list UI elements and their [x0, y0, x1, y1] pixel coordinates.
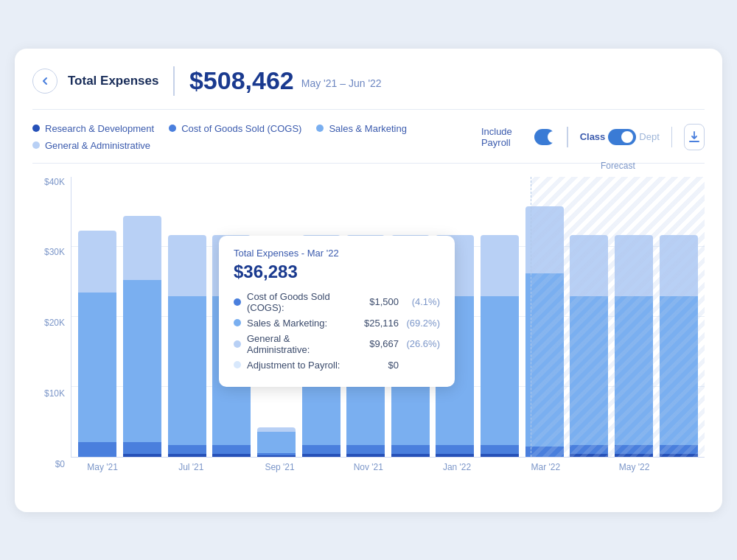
legend-label-rd: Research & Development — [45, 123, 154, 134]
bar-segment — [481, 296, 519, 444]
bar-group[interactable] — [524, 192, 565, 457]
bar-segment — [570, 235, 608, 296]
bar-segment — [123, 454, 161, 456]
control-divider-1 — [567, 127, 567, 147]
bar-group[interactable] — [167, 192, 207, 457]
bar-segment — [570, 296, 608, 444]
x-label: Jan '22 — [438, 462, 476, 472]
bar-segment — [481, 235, 519, 296]
bar-segment — [168, 454, 206, 456]
bar-segment — [570, 454, 608, 456]
bar-group[interactable] — [569, 192, 609, 457]
bar-segment — [660, 296, 698, 444]
x-label — [570, 462, 609, 472]
class-dept-control: Class Dept — [580, 129, 660, 145]
bar-segment — [525, 206, 564, 274]
dept-label: Dept — [639, 131, 659, 142]
y-label-20k: $20K — [32, 318, 65, 328]
x-label: Sep '21 — [261, 462, 299, 472]
back-button[interactable] — [32, 69, 57, 94]
legend-item-ga: General & Administrative — [32, 140, 150, 151]
x-label — [394, 462, 432, 472]
chart-inner: Forecast Total Expenses - Mar '22 $36,28… — [71, 177, 705, 458]
bar-segment — [615, 445, 653, 455]
date-period: May '21 – Jun '22 — [301, 77, 382, 89]
legend-item-rd: Research & Development — [32, 123, 154, 134]
bar-group[interactable] — [77, 192, 118, 457]
class-label: Class — [580, 131, 606, 142]
bar-segment — [525, 447, 564, 457]
legend-item-sm: Sales & Marketing — [316, 123, 407, 134]
payroll-control: Include Payroll — [481, 126, 556, 148]
legend-label-ga: General & Administrative — [45, 140, 150, 151]
bar-segment — [78, 231, 116, 293]
bar-group[interactable] — [122, 192, 163, 457]
bar-segment — [212, 235, 251, 296]
payroll-toggle[interactable] — [534, 129, 556, 145]
bar-segment — [391, 454, 430, 456]
bar-segment — [481, 445, 519, 455]
download-button[interactable] — [684, 124, 705, 150]
bar-segment — [660, 454, 698, 456]
header-divider — [173, 66, 175, 96]
x-label: Mar '22 — [526, 462, 565, 472]
legend-dot-ga — [32, 141, 40, 149]
bar-segment — [660, 445, 698, 455]
bar-group[interactable] — [390, 192, 430, 457]
x-label: Jul '21 — [172, 462, 210, 472]
bar-segment — [436, 296, 474, 444]
bar-segment — [436, 235, 474, 296]
payroll-label: Include Payroll — [481, 126, 528, 148]
bar-segment — [168, 445, 206, 455]
bar-segment — [168, 235, 206, 296]
bar-segment — [660, 235, 698, 296]
bar-segment — [78, 442, 116, 456]
x-label — [216, 462, 254, 472]
bar-group[interactable] — [614, 192, 654, 457]
y-label-10k: $10K — [32, 388, 65, 399]
bars-container — [71, 177, 705, 457]
bar-group[interactable] — [301, 192, 341, 457]
bar-segment — [257, 432, 296, 453]
header: Total Expenses $508,462 May '21 – Jun '2… — [32, 66, 705, 110]
x-label: May '21 — [83, 462, 122, 472]
bar-segment — [212, 454, 251, 456]
bar-segment — [615, 235, 653, 296]
bar-segment — [123, 280, 161, 442]
legend-dot-sm — [316, 125, 324, 132]
bar-group[interactable] — [346, 192, 386, 457]
bar-segment — [346, 454, 385, 456]
bar-segment — [168, 296, 206, 444]
x-label: Nov '21 — [349, 462, 388, 472]
y-label-30k: $30K — [32, 247, 65, 257]
bar-segment — [346, 445, 385, 455]
bar-segment — [481, 454, 519, 456]
bar-group[interactable] — [658, 192, 699, 457]
legend-label-cogs: Cost of Goods Sold (COGS) — [181, 123, 301, 134]
x-labels: May '21Jul '21Sep '21Nov '21Jan '22Mar '… — [77, 462, 705, 472]
bar-group[interactable] — [212, 192, 252, 457]
controls-row: Research & Development Cost of Goods Sol… — [32, 123, 705, 164]
bar-segment — [346, 296, 385, 444]
bar-segment — [391, 235, 430, 296]
bar-group[interactable] — [435, 192, 475, 457]
svg-rect-0 — [689, 141, 699, 142]
bar-segment — [123, 442, 161, 455]
bar-segment — [391, 445, 430, 455]
bar-group[interactable] — [480, 192, 520, 457]
x-label: May '22 — [615, 462, 654, 472]
x-label — [128, 462, 166, 472]
chart-legend: Research & Development Cost of Goods Sol… — [32, 123, 481, 151]
y-label-0: $0 — [32, 459, 65, 469]
page-title: Total Expenses — [68, 74, 158, 88]
bar-segment — [302, 454, 340, 456]
x-label — [482, 462, 520, 472]
bar-segment — [615, 296, 653, 444]
class-dept-toggle[interactable] — [608, 129, 636, 145]
control-divider-2 — [671, 127, 672, 147]
bar-group[interactable] — [256, 192, 297, 457]
legend-label-sm: Sales & Marketing — [329, 123, 407, 134]
chart-area: $0 $10K $20K $30K $40K Forecast Total Ex… — [32, 177, 705, 494]
y-label-40k: $40K — [32, 177, 65, 187]
x-label — [305, 462, 343, 472]
